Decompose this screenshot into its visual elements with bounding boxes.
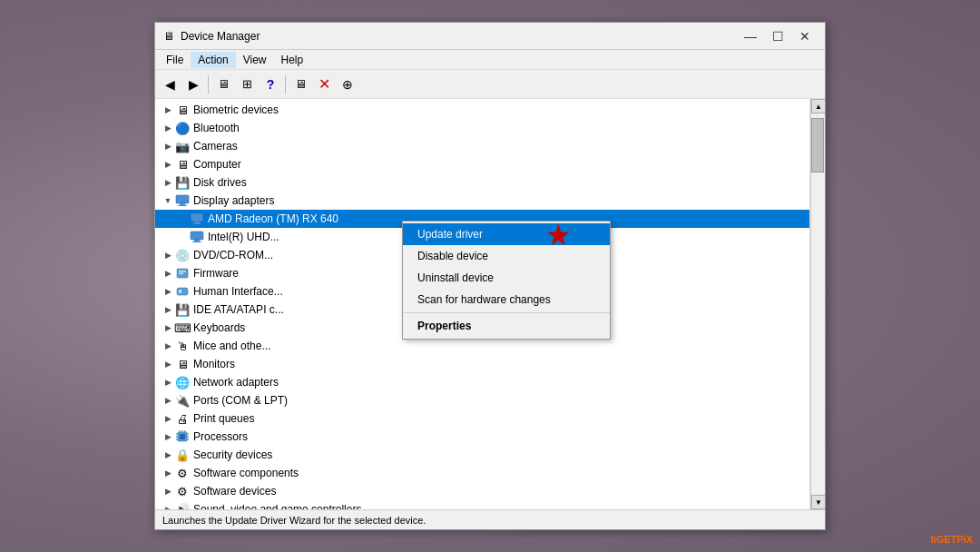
icon-processors bbox=[175, 429, 190, 444]
expand-software-dev: ▶ bbox=[162, 486, 173, 497]
maximize-button[interactable]: ☐ bbox=[765, 27, 790, 45]
toolbar-back[interactable]: ◀ bbox=[159, 74, 181, 95]
minimize-button[interactable]: — bbox=[738, 27, 763, 45]
expand-ports: ▶ bbox=[162, 395, 173, 406]
tree-item-print[interactable]: ▶ 🖨 Print queues bbox=[155, 409, 809, 428]
svg-rect-13 bbox=[179, 290, 181, 293]
ctx-uninstall-device[interactable]: Uninstall device bbox=[403, 267, 610, 289]
ctx-properties[interactable]: Properties bbox=[403, 315, 610, 337]
tree-item-monitors[interactable]: ▶ 🖥 Monitors bbox=[155, 355, 809, 373]
expand-bluetooth: ▶ bbox=[162, 123, 173, 133]
icon-sound: 🔊 bbox=[175, 502, 190, 509]
svg-rect-7 bbox=[194, 240, 200, 242]
label-processors: Processors bbox=[193, 430, 248, 443]
menu-file[interactable]: File bbox=[159, 52, 191, 68]
expand-print: ▶ bbox=[162, 413, 173, 424]
expand-keyboards: ▶ bbox=[162, 322, 173, 333]
icon-software-comp: ⚙ bbox=[175, 466, 190, 480]
svg-rect-8 bbox=[192, 242, 201, 242]
expand-hid: ▶ bbox=[162, 286, 173, 297]
expand-security: ▶ bbox=[162, 449, 173, 460]
icon-hid bbox=[175, 284, 190, 299]
svg-rect-5 bbox=[192, 223, 201, 224]
status-text: Launches the Update Driver Wizard for th… bbox=[162, 515, 426, 526]
expand-monitors: ▶ bbox=[162, 359, 173, 370]
icon-security: 🔒 bbox=[175, 448, 190, 462]
expand-computer: ▶ bbox=[162, 159, 173, 170]
ctx-update-driver[interactable]: Update driver bbox=[403, 223, 610, 245]
tree-item-bluetooth[interactable]: ▶ 🔵 Bluetooth bbox=[155, 119, 809, 137]
icon-keyboards: ⌨ bbox=[175, 320, 190, 335]
scroll-down-btn[interactable]: ▼ bbox=[811, 495, 825, 509]
ctx-scan-changes[interactable]: Scan for hardware changes bbox=[403, 289, 610, 310]
scroll-thumb[interactable] bbox=[811, 118, 824, 172]
label-ports: Ports (COM & LPT) bbox=[193, 394, 288, 407]
toolbar-sep-2 bbox=[285, 75, 286, 94]
svg-rect-12 bbox=[177, 288, 188, 295]
label-display: Display adapters bbox=[193, 194, 274, 207]
tree-item-network[interactable]: ▶ 🌐 Network adapters bbox=[155, 373, 809, 391]
ctx-disable-device[interactable]: Disable device bbox=[403, 245, 610, 267]
svg-rect-11 bbox=[179, 273, 183, 275]
toolbar-properties[interactable]: 🖥 bbox=[212, 74, 234, 95]
icon-display bbox=[175, 193, 190, 208]
label-monitors: Monitors bbox=[193, 358, 235, 370]
svg-rect-2 bbox=[178, 205, 187, 206]
scroll-up-btn[interactable]: ▲ bbox=[811, 99, 825, 113]
label-disk: Disk drives bbox=[193, 176, 247, 189]
toolbar-scan[interactable]: 🖥 bbox=[289, 74, 311, 95]
icon-cameras: 📷 bbox=[175, 139, 190, 153]
expand-mice: ▶ bbox=[162, 340, 173, 351]
status-bar: Launches the Update Driver Wizard for th… bbox=[155, 509, 825, 529]
icon-ide: 💾 bbox=[175, 302, 190, 317]
toolbar-add[interactable]: ⊕ bbox=[337, 74, 358, 95]
menu-bar: File Action View Help bbox=[155, 50, 825, 70]
close-button[interactable]: ✕ bbox=[792, 27, 818, 45]
expand-intel bbox=[177, 232, 188, 242]
tree-item-mice[interactable]: ▶ 🖱 Mice and othe... bbox=[155, 337, 809, 355]
scrollbar[interactable]: ▲ ▼ bbox=[810, 99, 825, 509]
label-network: Network adapters bbox=[193, 376, 279, 389]
toolbar: ◀ ▶ 🖥 ⊞ ? 🖥 ✕ ⊕ bbox=[155, 70, 825, 99]
toolbar-update[interactable]: ⊞ bbox=[236, 74, 258, 95]
tree-item-security[interactable]: ▶ 🔒 Security devices bbox=[155, 446, 809, 464]
tree-item-ports[interactable]: ▶ 🔌 Ports (COM & LPT) bbox=[155, 391, 809, 409]
tree-item-display[interactable]: ▼ Display adapters bbox=[155, 192, 809, 210]
icon-bluetooth: 🔵 bbox=[175, 121, 190, 135]
icon-software-dev: ⚙ bbox=[175, 484, 190, 498]
menu-action[interactable]: Action bbox=[191, 52, 235, 68]
menu-view[interactable]: View bbox=[236, 52, 274, 68]
label-print: Print queues bbox=[193, 412, 254, 425]
svg-rect-6 bbox=[191, 232, 203, 240]
tree-item-cameras[interactable]: ▶ 📷 Cameras bbox=[155, 137, 809, 155]
tree-item-computer[interactable]: ▶ 🖥 Computer bbox=[155, 155, 809, 173]
expand-dvd: ▶ bbox=[162, 250, 173, 261]
device-manager-window: 🖥 Device Manager — ☐ ✕ File Action View … bbox=[154, 22, 826, 530]
icon-intel bbox=[190, 230, 204, 244]
label-keyboards: Keyboards bbox=[193, 321, 245, 334]
label-security: Security devices bbox=[193, 448, 272, 461]
window-icon: 🖥 bbox=[162, 30, 175, 43]
label-computer: Computer bbox=[193, 158, 241, 171]
toolbar-forward[interactable]: ▶ bbox=[182, 74, 204, 95]
label-hid: Human Interface... bbox=[193, 285, 283, 298]
icon-biometric: 🖥 bbox=[175, 103, 190, 117]
tree-item-processors[interactable]: ▶ Processors bbox=[155, 428, 809, 446]
svg-rect-10 bbox=[179, 271, 186, 272]
toolbar-help[interactable]: ? bbox=[260, 74, 281, 95]
tree-item-biometric[interactable]: ▶ 🖥 Biometric devices bbox=[155, 101, 809, 119]
label-amd: AMD Radeon (TM) RX 640 bbox=[208, 212, 338, 225]
tree-item-software-comp[interactable]: ▶ ⚙ Software components bbox=[155, 464, 809, 482]
menu-help[interactable]: Help bbox=[274, 52, 311, 68]
window-title: Device Manager bbox=[181, 30, 260, 43]
toolbar-uninstall[interactable]: ✕ bbox=[313, 74, 335, 95]
window-controls: — ☐ ✕ bbox=[738, 27, 818, 45]
title-bar: 🖥 Device Manager — ☐ ✕ bbox=[155, 23, 825, 50]
tree-item-disk-drives[interactable]: ▶ 💾 Disk drives bbox=[155, 173, 809, 192]
tree-item-software-dev[interactable]: ▶ ⚙ Software devices bbox=[155, 482, 809, 500]
icon-amd bbox=[190, 212, 204, 226]
tree-item-sound[interactable]: ▶ 🔊 Sound, video and game controllers bbox=[155, 500, 809, 509]
label-cameras: Cameras bbox=[193, 140, 238, 153]
label-firmware: Firmware bbox=[193, 267, 239, 280]
label-dvd: DVD/CD-ROM... bbox=[193, 249, 273, 261]
